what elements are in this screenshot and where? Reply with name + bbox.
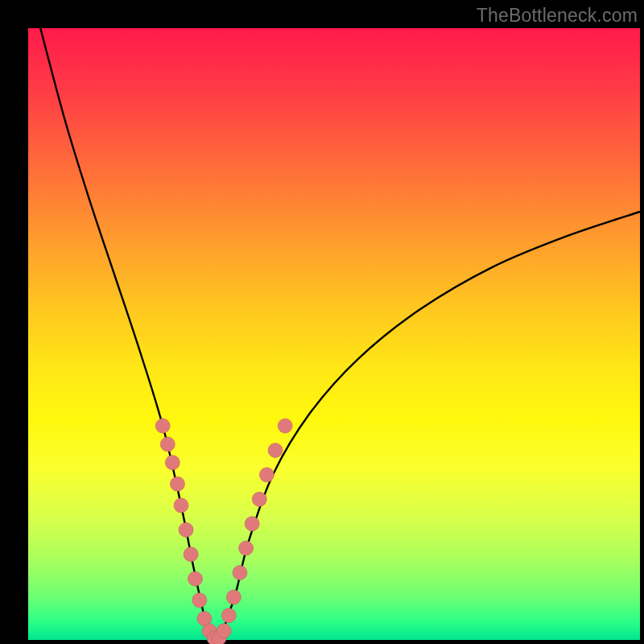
data-marker — [217, 624, 231, 638]
data-marker — [165, 456, 180, 470]
plot-area — [28, 28, 640, 640]
data-marker — [268, 443, 283, 457]
data-marker — [226, 590, 241, 605]
data-marker — [160, 437, 175, 452]
data-marker — [239, 541, 254, 555]
data-marker — [233, 565, 247, 580]
data-marker — [184, 547, 198, 562]
data-marker — [155, 419, 170, 433]
data-marker — [252, 492, 266, 506]
curve-group — [40, 28, 640, 642]
outer-frame: TheBottleneck.com — [0, 0, 644, 644]
chart-svg — [28, 28, 640, 640]
data-marker — [259, 468, 274, 482]
bottleneck-curve — [40, 28, 640, 642]
data-marker — [221, 609, 236, 623]
data-marker — [174, 498, 188, 513]
data-marker — [192, 593, 207, 608]
data-marker — [179, 522, 193, 537]
data-marker — [278, 419, 292, 433]
data-marker — [170, 477, 184, 491]
marker-group — [155, 419, 292, 644]
data-marker — [188, 572, 202, 586]
data-marker — [245, 517, 259, 531]
watermark-text: TheBottleneck.com — [477, 5, 638, 27]
